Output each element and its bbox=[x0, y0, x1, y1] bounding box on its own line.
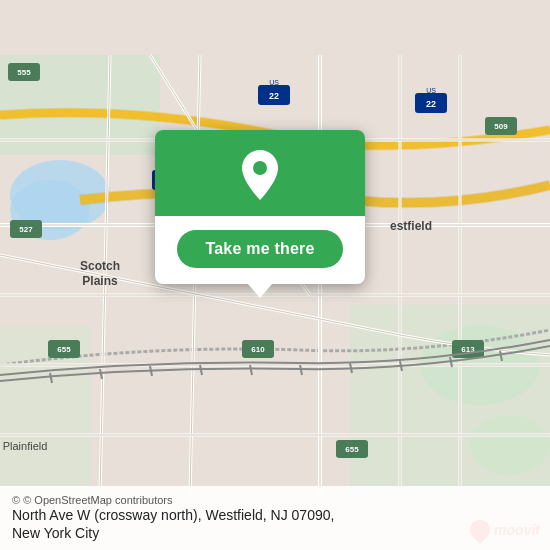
attribution-text: © © OpenStreetMap contributors bbox=[12, 494, 538, 506]
svg-line-56 bbox=[150, 366, 152, 376]
map-container: 22 US 22 US 22 US 527 509 655 610 613 65… bbox=[0, 0, 550, 550]
popup-header bbox=[155, 130, 365, 216]
address-line: North Ave W (crossway north), Westfield,… bbox=[12, 507, 334, 541]
svg-point-64 bbox=[253, 161, 267, 175]
location-pin-icon bbox=[237, 148, 283, 202]
svg-text:509: 509 bbox=[494, 122, 508, 131]
svg-text:estfield: estfield bbox=[390, 219, 432, 233]
svg-text:Scotch: Scotch bbox=[80, 259, 120, 273]
svg-text:US: US bbox=[269, 79, 279, 86]
openstreetmap-text: © OpenStreetMap contributors bbox=[23, 494, 172, 506]
svg-text:655: 655 bbox=[57, 345, 71, 354]
address-container: North Ave W (crossway north), Westfield,… bbox=[12, 506, 538, 542]
address-line1: North Ave W (crossway north), Westfield,… bbox=[12, 507, 334, 523]
svg-text:Plainfield: Plainfield bbox=[3, 440, 48, 452]
svg-text:Plains: Plains bbox=[82, 274, 118, 288]
svg-point-6 bbox=[470, 415, 550, 475]
address-line2: New York City bbox=[12, 525, 99, 541]
svg-text:22: 22 bbox=[426, 99, 436, 109]
popup-arrow bbox=[248, 284, 272, 298]
svg-text:US: US bbox=[426, 87, 436, 94]
svg-text:527: 527 bbox=[19, 225, 33, 234]
popup-card: Take me there bbox=[155, 130, 365, 284]
svg-text:22: 22 bbox=[269, 91, 279, 101]
take-me-there-button[interactable]: Take me there bbox=[177, 230, 342, 268]
attribution-bar: © © OpenStreetMap contributors North Ave… bbox=[0, 486, 550, 550]
svg-text:655: 655 bbox=[345, 445, 359, 454]
svg-text:610: 610 bbox=[251, 345, 265, 354]
svg-text:555: 555 bbox=[17, 68, 31, 77]
copyright-symbol: © bbox=[12, 494, 20, 506]
